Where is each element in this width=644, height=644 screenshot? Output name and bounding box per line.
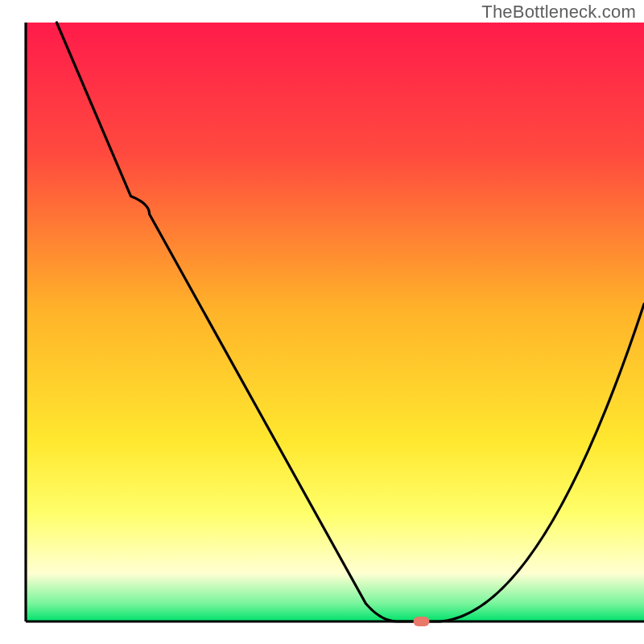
plot-background (26, 23, 644, 621)
bottleneck-chart (0, 0, 644, 644)
optimal-marker (414, 617, 430, 626)
watermark-text: TheBottleneck.com (481, 2, 636, 23)
